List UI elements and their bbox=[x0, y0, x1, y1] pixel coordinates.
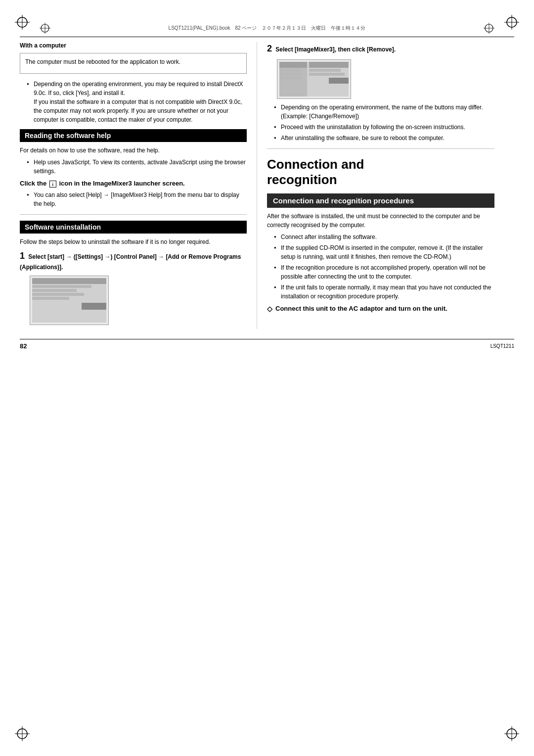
notice-box: The computer must be rebooted for the ap… bbox=[20, 53, 247, 74]
step1-title-text: Select [start] → ([Settings] →) [Control… bbox=[20, 253, 241, 271]
notice-box-text: The computer must be rebooted for the ap… bbox=[25, 57, 241, 66]
reading-para: For details on how to use the software, … bbox=[20, 146, 247, 155]
footer-code: LSQT1211 bbox=[490, 343, 514, 349]
conn-para: After the software is installed, the uni… bbox=[267, 212, 494, 230]
step2-bullet2: Proceed with the uninstallation by follo… bbox=[274, 123, 494, 132]
big-title: Connection and recognition bbox=[267, 157, 494, 188]
step1-title: 1 Select [start] → ([Settings] →) [Contr… bbox=[20, 249, 247, 272]
bullet-list-directx: Depending on the operating environment, … bbox=[27, 80, 247, 124]
step2-bullet-list: Depending on the operating environment, … bbox=[274, 103, 494, 142]
content-area: With a computer The computer must be reb… bbox=[20, 37, 514, 329]
header-crosshair-right bbox=[484, 23, 494, 34]
step2-block: 2 Select [ImageMixer3], then click [Remo… bbox=[267, 42, 494, 55]
with-computer-label: With a computer bbox=[20, 42, 247, 49]
click-title: Click the i icon in the ImageMixer3 laun… bbox=[20, 180, 247, 188]
left-column: With a computer The computer must be reb… bbox=[20, 42, 257, 329]
step2-title: 2 Select [ImageMixer3], then click [Remo… bbox=[267, 42, 494, 55]
conn-bullet4: If the unit fails to operate normally, i… bbox=[274, 283, 494, 301]
step2-bullet3: After uninstalling the software, be sure… bbox=[274, 134, 494, 142]
connect-ac-block: ◇ Connect this unit to the AC adaptor an… bbox=[267, 305, 494, 313]
page-number: 82 bbox=[20, 342, 27, 350]
header-bar: LSQT1211(PAL_ENG).book 82 ページ ２０７年２月１３日 … bbox=[20, 20, 514, 37]
directx-bullet: Depending on the operating environment, … bbox=[27, 80, 247, 124]
conn-bullet-list: Connect after installing the software. I… bbox=[274, 233, 494, 301]
divider-1 bbox=[20, 214, 247, 215]
step2-screenshot bbox=[277, 59, 351, 99]
corner-mark-bl bbox=[15, 726, 30, 741]
footer-bar: 82 LSQT1211 bbox=[20, 339, 514, 353]
right-column: 2 Select [ImageMixer3], then click [Remo… bbox=[257, 42, 494, 329]
connect-ac-title: Connect this unit to the AC adaptor and … bbox=[275, 305, 447, 312]
help-icon: i bbox=[49, 181, 56, 188]
diamond-icon: ◇ bbox=[267, 305, 272, 313]
conn-section-header: Connection and recognition procedures bbox=[267, 193, 494, 208]
corner-mark-br bbox=[504, 726, 519, 741]
reading-bullet: Help uses JavaScript. To view its conten… bbox=[27, 158, 247, 176]
header-crosshair-left bbox=[40, 23, 50, 34]
directx-extra: If you install the software in a compute… bbox=[34, 98, 242, 123]
click-bullet-list: You can also select [Help] → [ImageMixer… bbox=[27, 190, 247, 208]
step1-block: 1 Select [start] → ([Settings] →) [Contr… bbox=[20, 249, 247, 272]
reading-section-header: Reading the software help bbox=[20, 129, 247, 142]
step2-title-text: Select [ImageMixer3], then click [Remove… bbox=[275, 46, 396, 53]
click-bullet: You can also select [Help] → [ImageMixer… bbox=[27, 190, 247, 208]
conn-bullet3: If the recognition procedure is not acco… bbox=[274, 263, 494, 281]
reading-bullet-list: Help uses JavaScript. To view its conten… bbox=[27, 158, 247, 176]
conn-bullet1: Connect after installing the software. bbox=[274, 233, 494, 241]
step2-bullet1: Depending on the operating environment, … bbox=[274, 103, 494, 121]
conn-bullet2: If the supplied CD-ROM is inserted in th… bbox=[274, 243, 494, 261]
header-text: LSQT1211(PAL_ENG).book 82 ページ ２０７年２月１３日 … bbox=[50, 25, 484, 32]
software-section-header: Software uninstallation bbox=[20, 221, 247, 234]
divider-2 bbox=[267, 148, 494, 149]
corner-mark-tr bbox=[504, 15, 519, 30]
corner-mark-tl bbox=[15, 15, 30, 30]
step1-screenshot bbox=[30, 276, 109, 325]
software-para: Follow the steps below to uninstall the … bbox=[20, 237, 247, 246]
